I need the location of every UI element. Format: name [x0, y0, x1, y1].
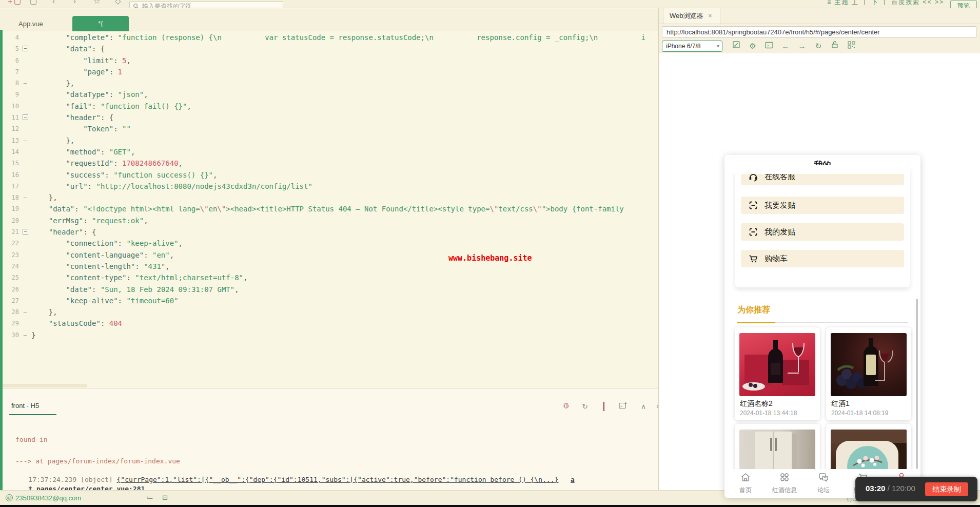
code-line[interactable]: 19 "data": "<!doctype html><html lang=\"… [3, 203, 658, 215]
devtools-console-icon[interactable]: > [763, 41, 775, 52]
fold-gutter: – [19, 306, 31, 318]
code-line[interactable]: 15 "requestId": 1708248667640, [3, 158, 658, 169]
collapse-panel-icon[interactable]: ∧ [639, 402, 648, 411]
back-icon[interactable]: ‹ [52, 0, 55, 5]
screen-recorder-bar: 03:20 / 120:00 结束录制 [855, 477, 977, 501]
log-source-link-start[interactable]: a [571, 476, 575, 483]
code-line[interactable]: 26 "date": "Sun, 18 Feb 2024 09:31:07 GM… [3, 284, 658, 295]
menu-item-3[interactable]: 我的发贴 [741, 223, 904, 241]
search-input[interactable]: 输入要查找的字符 [129, 1, 283, 8]
line-number: 24 [3, 261, 19, 272]
code-text: } [31, 331, 35, 339]
code-line[interactable]: 17 "url": "http://localhost:8080/nodejs4… [3, 181, 658, 192]
code-editor[interactable]: 4 "complete": "function (response) {\n v… [0, 31, 658, 388]
refresh-icon[interactable]: ↻ [813, 41, 824, 52]
new-file-icon[interactable]: ＋▢ [6, 0, 21, 6]
code-line[interactable]: 30–} [3, 329, 658, 341]
tab-app-vue[interactable]: App.vue [18, 20, 43, 28]
code-text: "complete": "function (response) {\n var… [31, 33, 645, 42]
stop-recording-button[interactable]: 结束录制 [925, 482, 968, 496]
forum-icon [808, 472, 839, 485]
forward-icon[interactable]: › [73, 0, 76, 5]
line-number: 6 [3, 55, 19, 66]
line-number: 11 [3, 112, 19, 123]
console-error-line: found in [15, 436, 48, 443]
editor-tabstrip: App.vue *{ [0, 9, 658, 31]
code-text: "header": { [31, 228, 96, 236]
line-number: 30 [3, 329, 19, 341]
outline-list-icon[interactable]: ≔ [147, 494, 153, 501]
code-lines: 4 "complete": "function (response) {\n v… [3, 32, 658, 341]
product-card-1[interactable]: 红酒名称22024-01-18 13:44:18 [735, 327, 820, 420]
sync-icon[interactable]: ◇ [115, 0, 121, 6]
account-email[interactable]: 2350938432@qq.com [15, 494, 81, 502]
tabbar-item-1[interactable]: 首页 [730, 472, 761, 495]
toolbar-menu-fragments[interactable]: ≡ 主题 丄 丨 卜 丨 百度搜索 << >> [827, 0, 944, 7]
browser-tab[interactable]: Web浏览器× [663, 7, 720, 24]
code-line[interactable]: 23 "content-language": "en", [3, 249, 658, 261]
log-object-link[interactable]: {"currPage":1,"list":[{"__ob__":{"dep":{… [117, 476, 559, 483]
code-line[interactable]: 4 "complete": "function (response) {\n v… [3, 32, 658, 43]
debug-bug-icon[interactable] [561, 402, 571, 411]
line-number: 29 [3, 318, 19, 329]
phone-scrollbar[interactable] [916, 299, 918, 469]
product-card-2[interactable]: 红酒12024-01-18 14:08:19 [826, 327, 911, 420]
line-number: 15 [3, 158, 19, 169]
code-line[interactable]: 10 "fail": "function fail() {}", [3, 101, 658, 112]
restart-icon[interactable]: ↻ [580, 402, 590, 411]
code-line[interactable]: 25 "content-type": "text/html;charset=ut… [3, 272, 658, 283]
code-line[interactable]: 16 "success": "function success() {}", [3, 169, 658, 181]
code-text: "requestId": 1708248667640, [31, 159, 183, 167]
fold-toggle-icon[interactable]: − [19, 226, 31, 238]
console-tab-underline [9, 414, 56, 415]
menu-item-4[interactable]: 购物车 [741, 250, 904, 267]
code-line[interactable]: 7 "page": 1 [3, 66, 658, 77]
code-line[interactable]: 9 "dataType": "json", [3, 89, 658, 100]
code-line[interactable]: 24 "content-length": "431", [3, 261, 658, 272]
preview-button[interactable]: 预览 [950, 0, 977, 8]
code-line[interactable]: 12 "Token": "" [3, 123, 658, 134]
stop-icon[interactable] [599, 402, 609, 411]
menu-item-2[interactable]: 我要发贴 [741, 197, 904, 214]
main-toolbar: ＋▢ ▢ ‹ › ☆ ◇ 输入要查找的字符 ≡ 主题 丄 丨 卜 丨 百度搜索 … [0, 0, 980, 8]
recommend-underline-accent [737, 322, 775, 323]
code-line[interactable]: 28– }, [3, 306, 658, 318]
nav-forward-icon[interactable]: → [796, 41, 808, 52]
close-tab-icon[interactable]: × [709, 12, 712, 20]
tabbar-item-2[interactable]: 红酒信息 [769, 472, 800, 495]
terminal-status-icon[interactable]: ⊡ [162, 494, 168, 501]
tab-active-unsaved[interactable]: *{ [72, 16, 129, 31]
code-line[interactable]: 21− "header": { [3, 226, 658, 238]
code-line[interactable]: 29 "statusCode": 404 [3, 318, 658, 329]
qr-code-icon[interactable] [846, 41, 857, 52]
code-line[interactable]: 8– }, [3, 77, 658, 89]
line-number: 12 [3, 123, 19, 134]
code-line[interactable]: 20 "errMsg": "request:ok", [3, 215, 658, 226]
tabbar-item-3[interactable]: 论坛 [808, 472, 839, 495]
address-bar[interactable]: http://localhost:8081/springbootau72407e… [662, 26, 976, 38]
settings-gear-icon[interactable]: ⚙ [747, 41, 758, 52]
product-date: 2024-01-18 14:08:19 [831, 410, 888, 417]
code-line[interactable]: 13– }, [3, 135, 658, 146]
screenshot-icon[interactable] [731, 41, 742, 52]
device-selector[interactable]: iPhone 6/7/8 ▾ [662, 41, 722, 52]
fold-toggle-icon[interactable]: − [19, 43, 31, 54]
unlock-icon[interactable] [829, 41, 840, 52]
open-terminal-icon[interactable]: >_ [618, 402, 628, 411]
nav-back-icon[interactable]: ← [780, 41, 791, 52]
account-icon[interactable]: @ [6, 494, 13, 501]
code-line[interactable]: 18– }, [3, 192, 658, 203]
code-line[interactable]: 22 "connection": "keep-alive", [3, 238, 658, 249]
horizontal-scrollbar[interactable] [0, 384, 87, 387]
menu-item-label: 我要发贴 [765, 197, 795, 214]
fold-toggle-icon[interactable]: − [19, 112, 31, 123]
star-icon[interactable]: ☆ [93, 0, 100, 6]
code-line[interactable]: 11− "header": { [3, 112, 658, 123]
code-line[interactable]: 27 "keep-alive": "timeout=60" [3, 295, 658, 306]
code-text: "content-length": "431", [31, 262, 170, 270]
console-tab-front-h5[interactable]: front - H5 [11, 402, 39, 410]
code-line[interactable]: 14 "method": "GET", [3, 146, 658, 158]
save-icon[interactable]: ▢ [30, 0, 37, 6]
code-line[interactable]: 6 "limit": 5, [3, 55, 658, 66]
code-line[interactable]: 5− "data": { [3, 43, 658, 54]
